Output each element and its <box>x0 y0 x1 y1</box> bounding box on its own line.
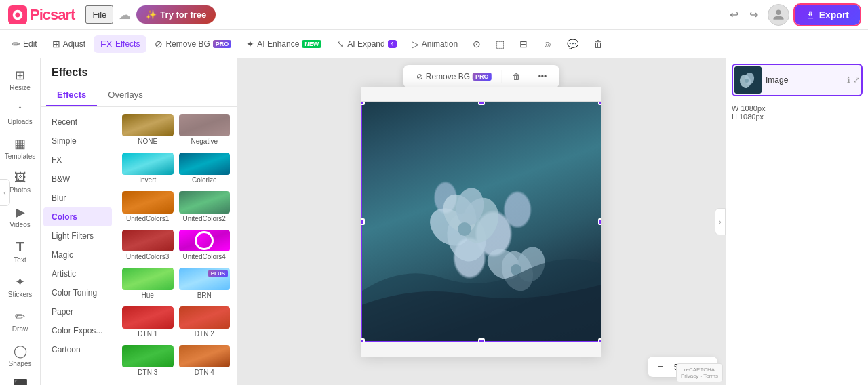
effect-brn[interactable]: PLUS BRN <box>178 266 232 302</box>
background-icon: ⬛ <box>13 378 28 385</box>
layer-thumbnail-item[interactable]: Image ℹ ⤢ <box>732 64 863 96</box>
sticker-tool[interactable]: ☺ <box>536 35 559 53</box>
delete-tool[interactable]: 🗑 <box>587 35 610 53</box>
effects-grid: NONE Negative Invert Colorize <box>115 107 237 385</box>
layer-icons: ℹ ⤢ <box>847 75 860 85</box>
effects-tabs: Effects Overlays <box>41 84 237 107</box>
effect-colorize[interactable]: Colorize <box>178 151 232 187</box>
sidebar-item-uploads[interactable]: ↑ Uploads <box>3 98 38 129</box>
category-blur[interactable]: Blur <box>43 188 112 207</box>
effect-uc4-thumb <box>179 230 231 252</box>
layer-dimensions: W 1080px H 1080px <box>732 104 863 121</box>
animation-tool[interactable]: ▷ Animation <box>405 35 465 53</box>
adjust-tool[interactable]: ⊞ Adjust <box>45 35 92 53</box>
handle-bottom-left[interactable] <box>361 338 365 342</box>
effect-negative[interactable]: Negative <box>178 113 232 148</box>
logo-text: Picsart <box>30 6 75 24</box>
category-bw[interactable]: B&W <box>43 169 112 188</box>
crop-tool[interactable]: ⬚ <box>489 35 511 53</box>
category-light-filters[interactable]: Light Filters <box>43 226 112 245</box>
svg-point-5 <box>458 222 471 236</box>
handle-bottom-right[interactable] <box>598 338 601 342</box>
zoom-out-button[interactable]: − <box>653 359 667 374</box>
effect-hue[interactable]: Hue <box>121 266 175 302</box>
sidebar-item-stickers[interactable]: ✦ Stickers <box>3 270 38 302</box>
category-colors[interactable]: Colors <box>43 207 112 226</box>
stickers-icon: ✦ <box>15 275 25 289</box>
effect-dtn1[interactable]: DTN 1 <box>121 305 175 341</box>
ai-enhance-tool[interactable]: ✦ AI Enhance NEW <box>239 35 328 53</box>
canvas-image[interactable] <box>361 102 601 342</box>
undo-button[interactable]: ↩ <box>726 5 743 24</box>
effects-icon: FX <box>100 39 113 49</box>
category-paper[interactable]: Paper <box>43 302 112 321</box>
sidebar-item-templates[interactable]: ▦ Templates <box>3 132 38 164</box>
effect-invert[interactable]: Invert <box>121 151 175 187</box>
sidebar-item-background[interactable]: ⬛ Background <box>3 374 38 385</box>
handle-top-right[interactable] <box>598 102 601 105</box>
handle-top-middle[interactable] <box>478 102 485 105</box>
effect-brn-label: BRN <box>179 290 231 301</box>
right-panel-collapse-handle[interactable]: › <box>715 208 726 235</box>
effects-tool[interactable]: FX Effects <box>94 35 146 53</box>
tab-overlays[interactable]: Overlays <box>97 84 153 106</box>
effect-dtn3[interactable]: DTN 3 <box>121 344 175 380</box>
effect-unitedcolors4[interactable]: UnitedColors4 <box>178 228 232 264</box>
category-cartoon[interactable]: Cartoon <box>43 340 112 359</box>
effect-unitedcolors2[interactable]: UnitedColors2 <box>178 190 232 226</box>
cloud-icon[interactable]: ☁ <box>119 7 131 22</box>
remove-bg-float-button[interactable]: ⊘ Remove BG PRO <box>409 68 499 85</box>
handle-top-left[interactable] <box>361 102 365 105</box>
sidebar-label-resize: Resize <box>9 84 31 92</box>
effect-dtn2[interactable]: DTN 2 <box>178 305 232 341</box>
export-button[interactable]: Export <box>795 5 860 25</box>
shapes-icon: ◯ <box>14 344 27 359</box>
speech-tool[interactable]: 💬 <box>560 35 585 53</box>
effect-dtn3-thumb <box>122 345 174 367</box>
handle-middle-right[interactable] <box>598 218 601 225</box>
layer-expand-icon[interactable]: ⤢ <box>853 75 860 85</box>
category-recent[interactable]: Recent <box>43 113 112 131</box>
category-magic[interactable]: Magic <box>43 245 112 264</box>
redo-button[interactable]: ↪ <box>745 5 762 24</box>
category-color-toning[interactable]: Color Toning <box>43 283 112 302</box>
effect-dtn4[interactable]: DTN 4 <box>178 344 232 380</box>
sidebar-item-shapes[interactable]: ◯ Shapes <box>3 340 38 371</box>
effect-none-thumb <box>122 114 174 136</box>
more-float-button[interactable]: ••• <box>531 68 555 85</box>
sidebar-item-text[interactable]: T Text <box>3 235 38 268</box>
category-fx[interactable]: FX <box>43 150 112 169</box>
effect-uc3-thumb <box>122 230 174 252</box>
edit-tool[interactable]: ✏ Edit <box>5 35 44 53</box>
ai-expand-tool[interactable]: ⤡ AI Expand 4 <box>330 35 403 53</box>
delete-float-button[interactable]: 🗑 <box>505 68 528 85</box>
effect-none[interactable]: NONE <box>121 113 175 148</box>
remove-bg-pro-badge: PRO <box>213 40 232 48</box>
try-for-free-button[interactable]: ✨ Try for free <box>136 5 216 24</box>
layers-tool[interactable]: ⊟ <box>513 35 534 53</box>
handle-bottom-middle[interactable] <box>478 338 485 342</box>
category-simple[interactable]: Simple <box>43 131 112 150</box>
photos-icon: 🖼 <box>14 171 26 185</box>
layer-info-icon[interactable]: ℹ <box>847 75 850 85</box>
sidebar-item-draw[interactable]: ✏ Draw <box>3 305 38 337</box>
handle-middle-left[interactable] <box>361 218 365 225</box>
effect-unitedcolors1[interactable]: UnitedColors1 <box>121 190 175 226</box>
eyedropper-tool[interactable]: ⊙ <box>466 35 488 53</box>
sidebar-item-resize[interactable]: ⊞ Resize <box>3 64 38 96</box>
category-color-expos[interactable]: Color Expos... <box>43 321 112 340</box>
recaptcha-text: reCAPTCHA <box>684 367 715 373</box>
category-artistic[interactable]: Artistic <box>43 264 112 283</box>
sidebar-label-uploads: Uploads <box>7 118 33 125</box>
left-sidebar: ⊞ Resize ↑ Uploads ▦ Templates 🖼 Photos … <box>0 58 41 385</box>
tab-effects[interactable]: Effects <box>46 84 97 106</box>
effect-unitedcolors3[interactable]: UnitedColors3 <box>121 228 175 264</box>
logo[interactable]: Picsart <box>8 5 75 24</box>
right-panel: Image ℹ ⤢ W 1080px H 1080px <box>726 58 868 385</box>
remove-bg-tool[interactable]: ⊘ Remove BG PRO <box>148 35 238 53</box>
recaptcha: reCAPTCHA Privacy - Terms <box>676 363 723 382</box>
file-menu[interactable]: File <box>85 5 113 24</box>
avatar[interactable] <box>768 4 789 26</box>
canvas-bottom-strip <box>361 342 601 357</box>
layer-info: Image <box>766 75 843 85</box>
